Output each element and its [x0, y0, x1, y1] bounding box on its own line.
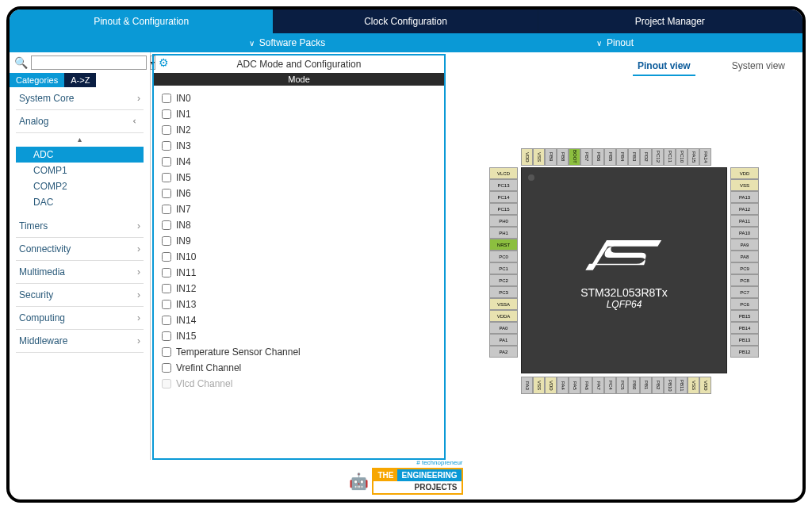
pin-pa11[interactable]: PA11: [730, 215, 759, 227]
pin-pc0[interactable]: PC0: [489, 251, 518, 262]
check-in1[interactable]: IN1: [162, 106, 436, 122]
category-multimedia[interactable]: Multimedia›: [16, 261, 144, 284]
check-in6[interactable]: IN6: [162, 186, 436, 201]
pin-pa7[interactable]: PA7: [592, 377, 604, 394]
pin-vdda[interactable]: VDDA: [489, 310, 518, 322]
pinout-dropdown[interactable]: Pinout: [565, 37, 802, 48]
checkbox-input[interactable]: [162, 300, 171, 309]
checkbox-input[interactable]: [162, 109, 171, 119]
pin-pa12[interactable]: PA12: [730, 203, 759, 215]
checkbox-input[interactable]: [162, 316, 171, 325]
pin-vdd[interactable]: VDD: [521, 148, 533, 166]
checkbox-input[interactable]: [162, 331, 171, 341]
check-in0[interactable]: IN0: [162, 90, 436, 106]
pin-pa5[interactable]: PA5: [569, 377, 580, 394]
pin-pc9[interactable]: PC9: [730, 262, 759, 274]
pin-pc12[interactable]: PC12: [652, 148, 664, 166]
subcat-comp2[interactable]: COMP2: [16, 178, 144, 194]
check-vrefint-channel[interactable]: Vrefint Channel: [162, 360, 436, 376]
pin-ph0[interactable]: PH0: [489, 215, 518, 227]
checkbox-input[interactable]: [162, 94, 171, 103]
pin-nrst[interactable]: NRST: [489, 239, 518, 251]
tab-pinout-view[interactable]: Pinout view: [633, 57, 695, 76]
pin-pc1[interactable]: PC1: [489, 262, 518, 274]
checkbox-input[interactable]: [162, 125, 171, 135]
checkbox-input[interactable]: [162, 157, 171, 166]
pin-vlcd[interactable]: VLCD: [489, 167, 518, 179]
checkbox-input[interactable]: [162, 205, 171, 214]
cat-tab-az[interactable]: A->Z: [64, 73, 96, 87]
pin-pa4[interactable]: PA4: [557, 377, 569, 394]
checkbox-input[interactable]: [162, 173, 171, 182]
pin-pa0[interactable]: PA0: [489, 322, 518, 334]
pin-pa2[interactable]: PA2: [489, 346, 518, 358]
check-in9[interactable]: IN9: [162, 233, 436, 249]
pin-pb6[interactable]: PB6: [592, 148, 604, 166]
pin-vss[interactable]: VSS: [533, 148, 545, 166]
check-in8[interactable]: IN8: [162, 217, 436, 233]
pin-pb5[interactable]: PB5: [604, 148, 616, 166]
category-security[interactable]: Security›: [16, 284, 144, 307]
pin-pa13[interactable]: PA13: [730, 191, 759, 203]
pin-pa1[interactable]: PA1: [489, 334, 518, 346]
pin-pc7[interactable]: PC7: [730, 286, 759, 298]
subcat-adc[interactable]: ADC: [16, 147, 144, 163]
pin-pa10[interactable]: PA10: [730, 227, 759, 239]
pin-pc4[interactable]: PC4: [604, 377, 616, 394]
check-in2[interactable]: IN2: [162, 122, 436, 138]
pin-pa6[interactable]: PA6: [580, 377, 592, 394]
pin-pc5[interactable]: PC5: [616, 377, 628, 394]
pin-pc2[interactable]: PC2: [489, 274, 518, 286]
check-in4[interactable]: IN4: [162, 154, 436, 170]
checkbox-input[interactable]: [162, 141, 171, 151]
cat-tab-categories[interactable]: Categories: [10, 73, 64, 87]
pin-pa15[interactable]: PA15: [688, 148, 699, 166]
category-analog[interactable]: Analog⌄: [16, 110, 144, 133]
check-in7[interactable]: IN7: [162, 201, 436, 217]
pin-pb4[interactable]: PB4: [616, 148, 628, 166]
checkbox-input[interactable]: [162, 284, 171, 293]
pin-pc6[interactable]: PC6: [730, 298, 759, 310]
pin-pc8[interactable]: PC8: [730, 274, 759, 286]
pin-pb2[interactable]: PB2: [652, 377, 664, 394]
pin-pb13[interactable]: PB13: [730, 334, 759, 346]
category-connectivity[interactable]: Connectivity›: [16, 238, 144, 261]
pin-pa14[interactable]: PA14: [699, 148, 711, 166]
pin-pc13[interactable]: PC13: [489, 179, 518, 191]
mode-section-header[interactable]: Mode: [154, 73, 444, 86]
pin-vss[interactable]: VSS: [533, 377, 545, 394]
pin-vss[interactable]: VSS: [730, 179, 759, 191]
pin-pb12[interactable]: PB12: [730, 346, 759, 358]
pin-vdd[interactable]: VDD: [545, 377, 557, 394]
pin-pa3[interactable]: PA3: [521, 377, 533, 394]
software-packs-dropdown[interactable]: Software Packs: [10, 37, 565, 48]
check-in15[interactable]: IN15: [162, 328, 436, 344]
pin-pb1[interactable]: PB1: [640, 377, 652, 394]
pin-vdd[interactable]: VDD: [730, 167, 759, 179]
checkbox-input[interactable]: [162, 189, 171, 198]
pin-boot[interactable]: BOOT: [569, 148, 580, 166]
pin-pb10[interactable]: PB10: [664, 377, 676, 394]
checkbox-input[interactable]: [162, 220, 171, 230]
checkbox-input[interactable]: [162, 236, 171, 246]
collapse-icon[interactable]: ▴: [16, 133, 144, 145]
tab-pinout-config[interactable]: Pinout & Configuration: [10, 10, 274, 33]
check-in13[interactable]: IN13: [162, 297, 436, 312]
search-input[interactable]: [31, 55, 147, 70]
pin-pc10[interactable]: PC10: [676, 148, 688, 166]
pin-pb8[interactable]: PB8: [557, 148, 569, 166]
checkbox-input[interactable]: [162, 363, 171, 373]
check-temperature-sensor-channel[interactable]: Temperature Sensor Channel: [162, 344, 436, 360]
tab-clock-config[interactable]: Clock Configuration: [274, 10, 538, 33]
pin-pc14[interactable]: PC14: [489, 191, 518, 203]
checkbox-input[interactable]: [162, 347, 171, 357]
pin-pa8[interactable]: PA8: [730, 251, 759, 262]
pin-pa9[interactable]: PA9: [730, 239, 759, 251]
check-in10[interactable]: IN10: [162, 249, 436, 265]
check-in3[interactable]: IN3: [162, 138, 436, 154]
category-timers[interactable]: Timers›: [16, 215, 144, 238]
tab-system-view[interactable]: System view: [727, 57, 790, 76]
pin-pd2[interactable]: PD2: [640, 148, 652, 166]
category-middleware[interactable]: Middleware›: [16, 330, 144, 353]
pin-vssa[interactable]: VSSA: [489, 298, 518, 310]
